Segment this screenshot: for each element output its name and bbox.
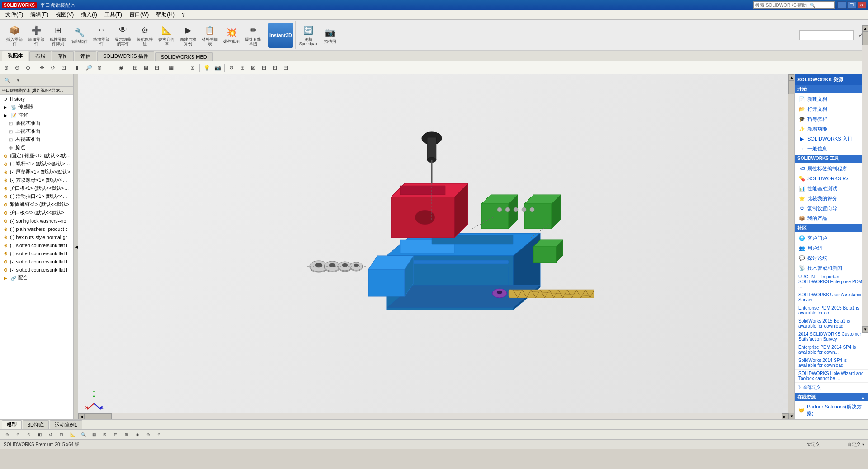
tab-sketch[interactable]: 草图 bbox=[52, 51, 74, 61]
tb2-pan[interactable]: ✥ bbox=[37, 63, 47, 73]
tree-item-countersunk3[interactable]: ⚙ (-) slotted countersunk flat l bbox=[0, 258, 73, 266]
tb2-apply[interactable]: ↺ bbox=[226, 63, 236, 73]
toolbar-btn-linear-array[interactable]: ⊞ 线性零部件阵列 bbox=[47, 23, 69, 48]
tree-item-history[interactable]: ⏱ History bbox=[0, 95, 73, 103]
tree-item-origin[interactable]: ✚ 原点 bbox=[0, 144, 73, 152]
rp-link-forum[interactable]: 💬 探讨论坛 bbox=[795, 253, 868, 263]
bt-btn15[interactable]: ⊖ bbox=[154, 430, 164, 440]
bt-btn10[interactable]: ⊠ bbox=[100, 430, 110, 440]
rp-link-benchmark[interactable]: 📊 性能基准测试 bbox=[795, 183, 868, 193]
rp-news-item-2[interactable]: SOLIDWORKS User Assistance Survey bbox=[795, 291, 868, 304]
horiz-scroll-thumb[interactable] bbox=[85, 413, 112, 419]
tb2-more1[interactable]: ⊞ bbox=[237, 63, 247, 73]
toolbar-btn-update-speedpak[interactable]: 🔄 更新Speedpak bbox=[297, 23, 319, 48]
tree-item-hex-nut[interactable]: ⚙ (-) hex nuts-style normal-gr bbox=[0, 233, 73, 241]
rp-news-item-6[interactable]: Enterprise PDM 2014 SP4 is available for… bbox=[795, 343, 868, 356]
toolbar-btn-explode[interactable]: 💥 爆炸视图 bbox=[221, 23, 242, 48]
toolbar-btn-snapshot[interactable]: 📷 拍快照 bbox=[319, 23, 341, 48]
rp-link-prop-tab[interactable]: 🏷 属性标签编制程序 bbox=[795, 164, 868, 174]
rp-link-partner[interactable]: 🤝 Partner Solutions(解决方案) bbox=[795, 402, 868, 418]
tb2-more3[interactable]: ⊟ bbox=[259, 63, 269, 73]
tb2-render1[interactable]: ▦ bbox=[166, 63, 176, 73]
statusbar-customize[interactable]: 自定义 ▾ bbox=[847, 441, 864, 448]
btab-motion[interactable]: 运动算例1 bbox=[50, 420, 82, 429]
bt-btn14[interactable]: ⊕ bbox=[143, 430, 153, 440]
tree-item-annotations[interactable]: ▶ 📝 注解 bbox=[0, 111, 73, 119]
viewport-scrollbar-horizontal[interactable]: ◀ ▶ bbox=[78, 413, 788, 419]
bt-btn9[interactable]: ▦ bbox=[89, 430, 99, 440]
bt-btn6[interactable]: ⊡ bbox=[57, 430, 66, 440]
rp-news-item-3[interactable]: Enterprise PDM 2015 Beta1 is available f… bbox=[795, 304, 868, 317]
rp-news-item-5[interactable]: 2014 SOLIDWORKS Customer Satisfaction Su… bbox=[795, 330, 868, 343]
menu-tools[interactable]: 工具(T) bbox=[101, 10, 126, 19]
vert-scroll-thumb[interactable] bbox=[788, 80, 794, 94]
rp-link-user-group[interactable]: 👥 用户组 bbox=[795, 243, 868, 253]
rp-link-general-info[interactable]: ℹ 一般信息 bbox=[795, 144, 868, 154]
bt-btn4[interactable]: ◧ bbox=[35, 430, 45, 440]
tb2-view-orient[interactable]: 🔎 bbox=[84, 63, 94, 73]
left-panel-collapse-btn[interactable]: ◀ bbox=[74, 74, 78, 419]
rp-news-item-4[interactable]: SolidWorks 2015 Beta1 is available for d… bbox=[795, 317, 868, 330]
tb2-more5[interactable]: ⊟ bbox=[281, 63, 291, 73]
bt-btn12[interactable]: ⊞ bbox=[122, 430, 132, 440]
tb2-display1[interactable]: ⊕ bbox=[94, 63, 104, 73]
tree-item-screw-rod[interactable]: ⚙ (-) 螺杆<1> (默认<<默认>_显 bbox=[0, 160, 73, 168]
tab-assembly[interactable]: 装配体 bbox=[2, 51, 28, 61]
tree-item-plain-washer[interactable]: ⚙ (-) plain washers--product c bbox=[0, 225, 73, 233]
tb2-section-view[interactable]: ◧ bbox=[73, 63, 83, 73]
toolbar-btn-move-part[interactable]: ↔ 移动零部件 bbox=[90, 23, 112, 48]
tab-sw-plugins[interactable]: SOLIDWORKS 插件 bbox=[97, 51, 154, 61]
menu-insert[interactable]: 插入(I) bbox=[77, 10, 100, 19]
tree-item-jaw-plate2[interactable]: ⚙ 护口板<2> (默认<<默认> bbox=[0, 209, 73, 217]
rp-link-sw-rx[interactable]: 💊 SOLIDWORKS Rx bbox=[795, 174, 868, 183]
menu-help[interactable]: 帮助(H) bbox=[152, 10, 178, 19]
menu-file[interactable]: 文件(F) bbox=[2, 10, 27, 19]
tb2-display3[interactable]: ◉ bbox=[116, 63, 126, 73]
toolbar-btn-explode-line[interactable]: ✏ 爆炸直线草图 bbox=[242, 23, 264, 48]
tab-evaluate[interactable]: 评估 bbox=[75, 51, 96, 61]
tb2-zoom-out[interactable]: ⊖ bbox=[12, 63, 22, 73]
lp-search-btn[interactable]: 🔍 bbox=[2, 75, 12, 85]
3d-viewport[interactable]: X Z Y ▲ ▼ ◀ ▶ bbox=[78, 74, 794, 419]
tree-item-mates[interactable]: ▶ 🔗 配合 bbox=[0, 274, 73, 282]
lp-filter-btn[interactable]: ▼ bbox=[13, 75, 23, 85]
minimize-button[interactable]: — bbox=[837, 1, 846, 9]
toolbar-btn-show-hide[interactable]: 👁 显示隐藏的零件 bbox=[112, 23, 134, 48]
tab-sw-mbd[interactable]: SOLIDWORKS MBD bbox=[155, 52, 213, 61]
tree-item-right-plane[interactable]: ⊡ 右视基准面 bbox=[0, 136, 73, 144]
rp-news-item-1[interactable]: URGENT - Important SOLIDWORKS Enterprise… bbox=[795, 273, 868, 291]
tree-item-washer[interactable]: ⚙ (-) 厚垫圈<1> (默认<<默认> bbox=[0, 168, 73, 176]
tb2-view[interactable]: ⊡ bbox=[59, 63, 69, 73]
rp-section-online[interactable]: 在线资源 ▲ bbox=[795, 393, 868, 401]
rp-link-new-doc[interactable]: 📄 新建文档 bbox=[795, 94, 868, 104]
bt-btn5[interactable]: ↺ bbox=[46, 430, 56, 440]
tb2-trans-comp[interactable]: ⊟ bbox=[152, 63, 162, 73]
tree-item-countersunk1[interactable]: ⚙ (-) slotted countersunk flat l bbox=[0, 241, 73, 249]
tb2-show-comp[interactable]: ⊠ bbox=[141, 63, 151, 73]
tree-item-block-nut[interactable]: ⚙ (-) 方块螺母<1> (默认<<默认> bbox=[0, 176, 73, 184]
btab-model[interactable]: 模型 bbox=[2, 420, 22, 429]
btab-3d[interactable]: 3D抑底 bbox=[23, 420, 49, 429]
bt-btn13[interactable]: ◉ bbox=[132, 430, 142, 440]
tree-item-moving-jaw[interactable]: ⚙ (-) 活动拍口<1> (默认<<默认> bbox=[0, 192, 73, 201]
rp-link-compare[interactable]: ⭐ 比较我的评分 bbox=[795, 193, 868, 203]
tree-item-front-plane[interactable]: ⊡ 前视基准面 bbox=[0, 119, 73, 127]
viewport-scrollbar-vertical[interactable]: ▲ ▼ bbox=[788, 74, 794, 419]
menu-view[interactable]: 视图(V) bbox=[52, 10, 77, 19]
tree-item-countersunk2[interactable]: ⚙ (-) slotted countersunk flat l bbox=[0, 249, 73, 258]
instant3d-button[interactable]: Instant3D bbox=[268, 23, 293, 48]
menu-window[interactable]: 窗口(W) bbox=[126, 10, 152, 19]
toolbar-btn-new-motion[interactable]: ▶ 新建运动算例 bbox=[177, 23, 199, 48]
rp-link-whats-new[interactable]: ✨ 新增功能 bbox=[795, 124, 868, 134]
rp-section-community[interactable]: 社区 ▲ bbox=[795, 224, 868, 232]
toolbar-btn-insert-part[interactable]: 📦 插入零部件 bbox=[4, 23, 25, 48]
rp-link-customer-portal[interactable]: 🌐 客户门户 bbox=[795, 233, 868, 243]
toolbar-btn-ref-geometry[interactable]: 📐 参考几何体 bbox=[156, 23, 177, 48]
rp-link-open-doc[interactable]: 📂 打开文档 bbox=[795, 104, 868, 114]
toolbar-btn-assembly-feature[interactable]: ⚙ 装配体特征 bbox=[134, 23, 156, 48]
vert-scroll-up[interactable]: ▲ bbox=[788, 74, 794, 80]
tb2-camera[interactable]: 📷 bbox=[212, 63, 222, 73]
tb2-render2[interactable]: ◫ bbox=[177, 63, 187, 73]
menu-edit[interactable]: 编辑(E) bbox=[27, 10, 52, 19]
tree-item-countersunk4[interactable]: ⚙ (-) slotted countersunk flat l bbox=[0, 266, 73, 274]
